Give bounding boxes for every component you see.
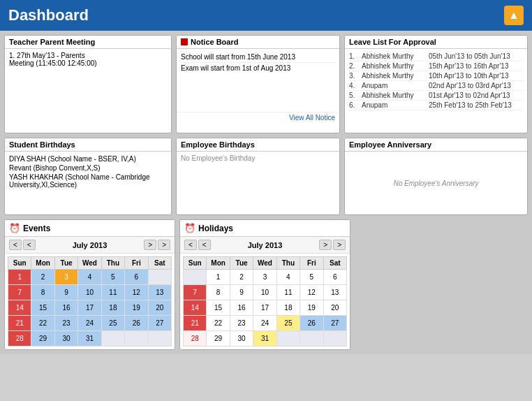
holidays-day-5[interactable]: 5 (300, 270, 323, 285)
events-day-7[interactable]: 7 (8, 285, 31, 300)
events-calendar-table: Sun Mon Tue Wed Thu Fri Sat 1 2 (8, 256, 172, 347)
events-day-15[interactable]: 15 (31, 300, 54, 316)
holidays-day-29[interactable]: 29 (207, 331, 230, 347)
events-day-e1 (101, 331, 124, 347)
holidays-day-6[interactable]: 6 (323, 270, 346, 285)
leave-list-body[interactable]: 1. Abhishek Murthy 05th Jun'13 to 05th J… (345, 49, 527, 133)
events-day-27[interactable]: 27 (148, 316, 171, 331)
meeting-item-1: 1. 27th May'13 - Parents (9, 52, 167, 59)
events-day-9[interactable]: 9 (54, 285, 77, 300)
holidays-prev-prev-button[interactable]: < (184, 240, 197, 250)
top-row: Teacher Parent Meeting 1. 27th May'13 - … (4, 35, 528, 133)
events-day-26[interactable]: 26 (125, 316, 148, 331)
holidays-day-14[interactable]: 14 (184, 300, 207, 316)
holidays-day-10[interactable]: 10 (253, 285, 276, 300)
holidays-day-19[interactable]: 19 (300, 300, 323, 316)
holidays-day-21[interactable]: 21 (184, 316, 207, 331)
events-next-button[interactable]: > (144, 240, 156, 250)
events-day-14[interactable]: 14 (8, 300, 31, 316)
holidays-day-23[interactable]: 23 (230, 316, 253, 331)
teacher-parent-meeting-body: 1. 27th May'13 - Parents Meeting (11:45:… (5, 49, 171, 133)
events-day-24[interactable]: 24 (78, 316, 101, 331)
events-calendar-title: Events (23, 224, 50, 233)
events-day-10[interactable]: 10 (78, 285, 101, 300)
events-day-1[interactable]: 1 (8, 270, 31, 285)
holidays-day-28[interactable]: 28 (184, 331, 207, 347)
events-day-20[interactable]: 20 (148, 300, 171, 316)
events-day-29[interactable]: 29 (31, 331, 54, 347)
leave-item-3: 3. Abhishek Murthy 10th Apr'13 to 10th A… (349, 71, 523, 81)
holidays-day-22[interactable]: 22 (207, 316, 230, 331)
events-day-3[interactable]: 3 (54, 270, 77, 285)
holidays-week-3: 14 15 16 17 18 19 20 (184, 300, 347, 316)
events-day-13[interactable]: 13 (148, 285, 171, 300)
holidays-day-27[interactable]: 27 (323, 316, 346, 331)
holidays-calendar-widget: ⏰ Holidays < < July 2013 > > Sun (179, 219, 350, 350)
events-day-4[interactable]: 4 (78, 270, 101, 285)
events-prev-button[interactable]: < (23, 240, 36, 250)
events-day-2[interactable]: 2 (31, 270, 54, 285)
events-day-31[interactable]: 31 (78, 331, 101, 347)
events-day-16[interactable]: 16 (54, 300, 77, 316)
events-day-23[interactable]: 23 (54, 316, 77, 331)
notice-board-widget: Notice Board School will start from 15th… (176, 35, 340, 133)
holidays-day-26[interactable]: 26 (300, 316, 323, 331)
upload-icon: ▲ (508, 9, 519, 22)
page-title: Dashboard (8, 6, 89, 24)
leave-list-title: Leave List For Approval (345, 36, 527, 49)
view-all-notices[interactable]: View All Notice (177, 112, 339, 123)
holidays-day-30[interactable]: 30 (230, 331, 253, 347)
holidays-day-4[interactable]: 4 (276, 270, 300, 285)
holidays-day-15[interactable]: 15 (207, 300, 230, 316)
events-day-8[interactable]: 8 (31, 285, 54, 300)
events-day-22[interactable]: 22 (31, 316, 54, 331)
employee-anniversary-widget: Employee Anniversary No Employee's Anniv… (344, 138, 528, 215)
holidays-day-8[interactable]: 8 (207, 285, 230, 300)
holidays-week-4: 21 22 23 24 25 26 27 (184, 316, 347, 331)
holidays-day-1[interactable]: 1 (207, 270, 230, 285)
holidays-day-24[interactable]: 24 (253, 316, 276, 331)
events-day-19[interactable]: 19 (125, 300, 148, 316)
leave-list-widget: Leave List For Approval 1. Abhishek Murt… (344, 35, 528, 133)
holidays-day-17[interactable]: 17 (253, 300, 276, 316)
holidays-day-25[interactable]: 25 (276, 316, 300, 331)
holidays-day-11[interactable]: 11 (276, 285, 300, 300)
holidays-next-button[interactable]: > (319, 240, 332, 250)
employee-anniversary-title: Employee Anniversary (345, 138, 527, 152)
holidays-calendar-table: Sun Mon Tue Wed Thu Fri Sat 1 (183, 256, 347, 347)
holidays-day-12[interactable]: 12 (300, 285, 323, 300)
holidays-day-20[interactable]: 20 (323, 300, 346, 316)
holidays-day-3[interactable]: 3 (253, 270, 276, 285)
holidays-next-next-button[interactable]: > (333, 240, 346, 250)
events-next-next-button[interactable]: > (158, 240, 170, 250)
holidays-day-13[interactable]: 13 (323, 285, 346, 300)
notice-item-2: Exam wil start from 1st of Aug 2013 (181, 63, 335, 73)
events-day-17[interactable]: 17 (78, 300, 101, 316)
notice-board-body: School will start from 15th June 2013 Ex… (177, 49, 339, 112)
student-bday-2: Revant (Bishop Convent,X,S) (9, 163, 167, 173)
events-day-28[interactable]: 28 (8, 331, 31, 347)
holidays-day-18[interactable]: 18 (276, 300, 300, 316)
middle-row: Student Birthdays DIYA SHAH (School Name… (4, 138, 528, 215)
events-prev-prev-button[interactable]: < (9, 240, 22, 250)
student-birthdays-title: Student Birthdays (5, 138, 171, 152)
holidays-day-2[interactable]: 2 (230, 270, 253, 285)
events-day-5[interactable]: 5 (101, 270, 124, 285)
notice-red-bar (181, 38, 188, 45)
header-icon[interactable]: ▲ (504, 6, 524, 25)
events-day-11[interactable]: 11 (101, 285, 124, 300)
leave-item-5: 5. Abhishek Murthy 01st Apr'13 to 02nd A… (349, 91, 523, 101)
holidays-day-31[interactable]: 31 (253, 331, 276, 347)
events-day-21[interactable]: 21 (8, 316, 31, 331)
events-day-25[interactable]: 25 (101, 316, 124, 331)
employee-birthdays-title: Employee Birthdays (177, 138, 339, 152)
events-day-6[interactable]: 6 (125, 270, 148, 285)
holidays-day-7[interactable]: 7 (184, 285, 207, 300)
holidays-day-9[interactable]: 9 (230, 285, 253, 300)
holidays-calendar-title: Holidays (198, 224, 233, 233)
events-day-18[interactable]: 18 (101, 300, 124, 316)
events-day-12[interactable]: 12 (125, 285, 148, 300)
events-day-30[interactable]: 30 (54, 331, 77, 347)
holidays-prev-button[interactable]: < (198, 240, 211, 250)
holidays-day-16[interactable]: 16 (230, 300, 253, 316)
